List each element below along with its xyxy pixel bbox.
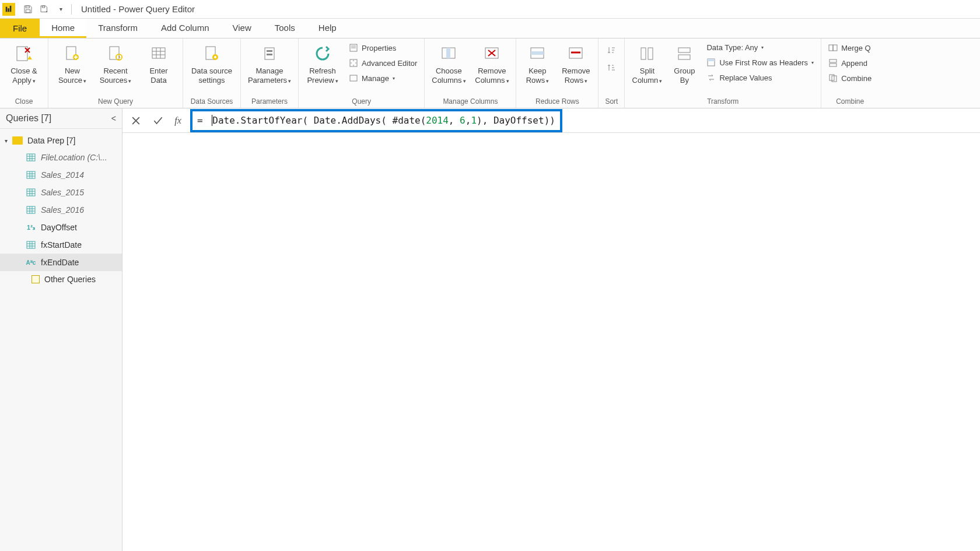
replace-values-label: Replace Values xyxy=(719,73,772,82)
group-transform: Split Column▾ Group By Data Type: Any▾ U… xyxy=(625,38,821,108)
manage-parameters-button[interactable]: Manage Parameters▾ xyxy=(244,41,295,88)
sort-asc-icon xyxy=(607,45,616,55)
first-row-headers-label: Use First Row as Headers xyxy=(719,58,808,67)
formula-num-6: 6 xyxy=(460,115,466,126)
svg-point-18 xyxy=(214,56,216,58)
properties-button[interactable]: Properties xyxy=(345,42,421,54)
ribbon: Close & Apply▾ Close New Source▾ Recent … xyxy=(0,38,980,108)
properties-label: Properties xyxy=(362,44,396,52)
manage-parameters-icon xyxy=(259,43,280,64)
collapse-pane-icon[interactable]: < xyxy=(111,114,116,123)
sort-desc-button[interactable] xyxy=(604,61,618,75)
split-column-label: Split Column xyxy=(632,66,659,85)
query-item-sales2014[interactable]: Sales_2014 xyxy=(0,166,122,184)
refresh-preview-label: Refresh Preview xyxy=(307,66,335,85)
manage-label: Manage xyxy=(362,74,389,83)
remove-columns-button[interactable]: Remove Columns▾ xyxy=(471,41,512,88)
svg-rect-28 xyxy=(446,48,450,58)
remove-rows-button[interactable]: Remove Rows▾ xyxy=(557,41,594,88)
queries-tree: ▾ Data Prep [7] FileLocation (C:\... Sal… xyxy=(0,129,122,291)
query-item-label: Sales_2014 xyxy=(41,170,84,180)
choose-columns-button[interactable]: Choose Columns▾ xyxy=(428,41,469,88)
first-row-headers-button[interactable]: Use First Row as Headers▾ xyxy=(703,57,817,68)
tab-home[interactable]: Home xyxy=(40,19,86,38)
append-queries-button[interactable]: Append xyxy=(825,57,875,69)
replace-values-button[interactable]: Replace Values xyxy=(703,72,817,83)
fx-icon[interactable]: fx xyxy=(169,115,187,126)
query-item-label: Sales_2015 xyxy=(41,188,84,197)
svg-rect-33 xyxy=(641,48,646,59)
split-column-icon xyxy=(636,43,657,64)
group-manage-columns: Choose Columns▾ Remove Columns▾ Manage C… xyxy=(425,38,516,108)
group-sort: Sort xyxy=(598,38,625,108)
formula-commit-button[interactable] xyxy=(147,111,169,131)
group-by-button[interactable]: Group By xyxy=(668,41,701,88)
save-as-icon[interactable] xyxy=(37,2,51,16)
formula-cancel-button[interactable] xyxy=(125,111,147,131)
new-source-button[interactable]: New Source▾ xyxy=(52,41,93,88)
group-data-sources-label: Data Sources xyxy=(187,96,237,107)
query-item-filelocation[interactable]: FileLocation (C:\... xyxy=(0,149,122,166)
group-close-label: Close xyxy=(4,96,44,107)
check-icon xyxy=(152,115,164,127)
enter-data-button[interactable]: Enter Data xyxy=(138,41,179,88)
group-reduce-rows: Keep Rows▾ Remove Rows▾ Reduce Rows xyxy=(516,38,598,108)
save-icon[interactable] xyxy=(21,2,35,16)
new-source-label: New Source xyxy=(58,66,82,85)
query-item-dayoffset[interactable]: 1²₃ DayOffset xyxy=(0,219,122,236)
query-item-label: fxEndDate xyxy=(41,258,79,267)
svg-rect-65 xyxy=(27,241,35,248)
sort-desc-icon xyxy=(607,63,616,72)
enter-data-icon xyxy=(148,43,169,64)
qat-dropdown-icon[interactable]: ▾ xyxy=(54,2,68,16)
split-column-button[interactable]: Split Column▾ xyxy=(628,41,666,88)
formula-input[interactable]: = Date.StartOfYear( Date.AddDays( #date(… xyxy=(197,115,555,126)
tab-add-column[interactable]: Add Column xyxy=(149,19,221,38)
combine-files-button[interactable]: Combine xyxy=(825,72,875,84)
data-type-button[interactable]: Data Type: Any▾ xyxy=(703,42,817,53)
refresh-preview-button[interactable]: Refresh Preview▾ xyxy=(302,41,343,88)
app-icon xyxy=(2,3,15,16)
content-area: fx = Date.StartOfYear( Date.AddDays( #da… xyxy=(123,108,980,551)
tab-view[interactable]: View xyxy=(221,19,263,38)
query-group-data-prep[interactable]: ▾ Data Prep [7] xyxy=(0,132,122,149)
manage-button[interactable]: Manage▾ xyxy=(345,72,421,84)
tab-transform[interactable]: Transform xyxy=(86,19,149,38)
formula-num-2014: 2014 xyxy=(426,115,449,126)
merge-icon xyxy=(828,43,838,52)
group-close: Close & Apply▾ Close xyxy=(0,38,48,108)
svg-rect-39 xyxy=(829,45,833,51)
merge-queries-button[interactable]: Merge Q xyxy=(825,42,875,54)
combine-label: Combine xyxy=(841,74,872,83)
recent-sources-label: Recent Sources xyxy=(100,66,128,85)
caret-down-icon: ▾ xyxy=(5,138,8,144)
svg-rect-38 xyxy=(708,59,715,61)
properties-icon xyxy=(349,43,358,52)
data-source-settings-button[interactable]: Data source settings xyxy=(187,41,237,88)
advanced-editor-label: Advanced Editor xyxy=(362,59,417,68)
tab-help[interactable]: Help xyxy=(307,19,348,38)
advanced-editor-button[interactable]: Advanced Editor xyxy=(345,57,421,69)
group-manage-columns-label: Manage Columns xyxy=(428,96,512,107)
svg-rect-21 xyxy=(267,54,272,55)
query-item-fxstartdate[interactable]: fxStartDate xyxy=(0,236,122,254)
query-group-other[interactable]: Other Queries xyxy=(0,271,122,287)
query-item-sales2015[interactable]: Sales_2015 xyxy=(0,184,122,201)
sort-asc-button[interactable] xyxy=(604,43,618,57)
remove-rows-icon xyxy=(565,43,586,64)
tab-file[interactable]: File xyxy=(0,19,40,38)
close-apply-button[interactable]: Close & Apply▾ xyxy=(4,41,44,88)
table-icon xyxy=(26,152,36,163)
svg-rect-4 xyxy=(26,9,30,12)
main-layout: Queries [7] < ▾ Data Prep [7] FileLocati… xyxy=(0,108,980,551)
query-item-fxenddate[interactable]: Aᴮc fxEndDate xyxy=(0,254,122,271)
query-item-sales2016[interactable]: Sales_2016 xyxy=(0,201,122,219)
tab-tools[interactable]: Tools xyxy=(263,19,307,38)
queries-header-label: Queries [7] xyxy=(6,113,51,124)
keep-rows-button[interactable]: Keep Rows▾ xyxy=(520,41,555,88)
recent-sources-button[interactable]: Recent Sources▾ xyxy=(95,41,136,88)
folder-icon xyxy=(12,136,23,145)
formula-num-1: 1 xyxy=(471,115,477,126)
recent-sources-icon xyxy=(105,43,126,64)
query-group-label: Data Prep [7] xyxy=(27,136,76,145)
